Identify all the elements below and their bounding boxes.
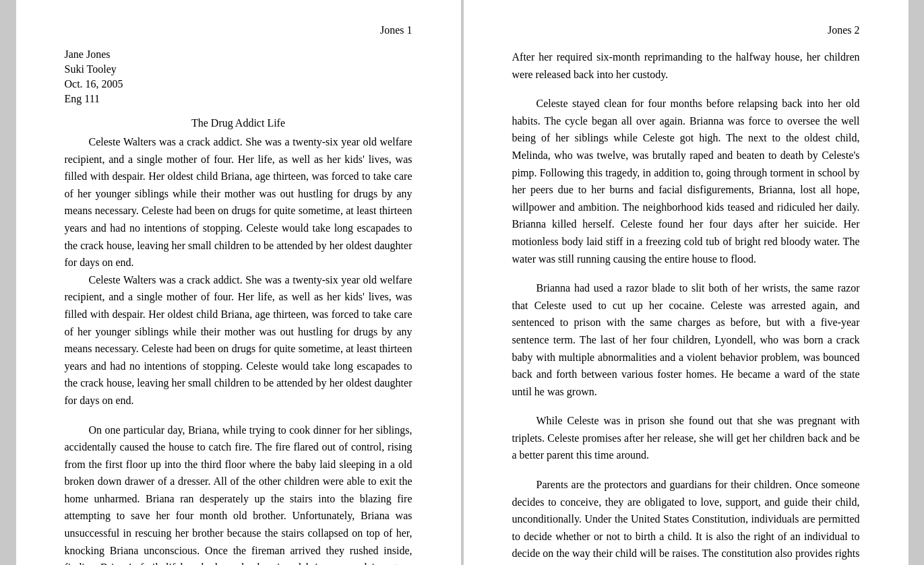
page-2: Jones 2 After her required six-month rep…: [464, 0, 908, 565]
page-1-header: Jones 1: [65, 24, 412, 36]
paragraph-2: Celeste Walters was a crack addict. She …: [65, 271, 412, 409]
page-1-header-text: Jones 1: [380, 24, 412, 36]
p2-paragraph-3: Brianna had used a razor blade to slit b…: [512, 279, 860, 400]
paragraph-3: On one particular day, Briana, while try…: [65, 422, 412, 566]
author-instructor: Suki Tooley: [65, 63, 412, 75]
author-name: Jane Jones: [65, 48, 412, 61]
author-course: Eng 111: [65, 93, 412, 105]
p2-paragraph-1: After her required six-month reprimandin…: [512, 48, 860, 83]
page-1-body: Celeste Walters was a crack addict. She …: [65, 133, 412, 565]
paragraph-1: Celeste Walters was a crack addict. She …: [65, 133, 412, 271]
page-1: Jones 1 Jane Jones Suki Tooley Oct. 16, …: [16, 0, 461, 565]
page-2-header: Jones 2: [512, 24, 860, 36]
p2-paragraph-5: Parents are the protectors and guardians…: [512, 476, 860, 565]
p2-paragraph-4: While Celeste was in prison she found ou…: [512, 412, 860, 464]
p2-paragraph-2: Celeste stayed clean for four months bef…: [512, 95, 860, 267]
page-2-body: After her required six-month reprimandin…: [512, 48, 860, 565]
author-date: Oct. 16, 2005: [65, 78, 412, 90]
paper-title: The Drug Addict Life: [65, 117, 412, 129]
page-2-header-text: Jones 2: [828, 24, 860, 36]
